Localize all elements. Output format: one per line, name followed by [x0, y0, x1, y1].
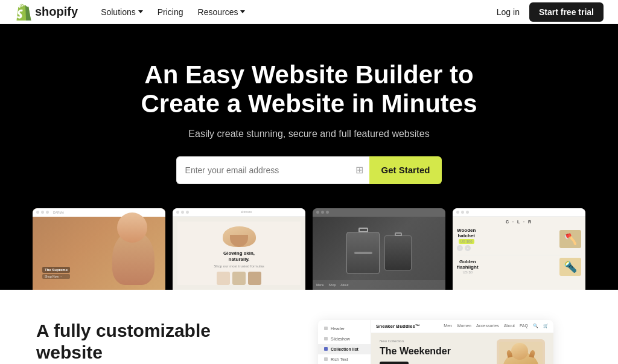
sidebar-item-header[interactable]: Header	[318, 324, 371, 334]
login-link[interactable]: Log in	[497, 7, 520, 17]
store-hero-text: The Weekender	[380, 345, 492, 357]
builder-main: Sneaker Buddies™ Men Women Accessories A…	[371, 320, 553, 364]
chevron-down-icon	[240, 10, 245, 13]
builder-preview: Header Slideshow Collection list Rich Te…	[318, 320, 553, 364]
nav-links: Solutions Pricing Resources	[95, 5, 497, 19]
nav-pricing[interactable]: Pricing	[151, 5, 190, 19]
logo-text: shopify	[35, 5, 78, 19]
below-fold-right: Header Slideshow Collection list Rich Te…	[290, 320, 582, 364]
sidebar-item-collection[interactable]: Collection list	[318, 344, 371, 354]
nav-right: Log in Start free trial	[497, 2, 604, 22]
builder-content: New Collection The Weekender Shop Now	[371, 333, 553, 364]
nav-resources[interactable]: Resources	[192, 5, 252, 19]
email-input[interactable]	[176, 156, 369, 184]
sidebar-item-slideshow[interactable]: Slideshow	[318, 334, 371, 344]
store-nav: Men Women Accessories About FAQ 🔍 🛒	[444, 324, 549, 328]
email-input-wrap: ⊞	[176, 156, 369, 184]
hero-headline: An Easy Website Builder to Create a Webs…	[104, 60, 514, 119]
hero-subtitle: Easily create stunning, secure and full …	[12, 129, 606, 139]
below-heading: A fully customizable website builder	[36, 320, 266, 364]
screenshot-clr: C · L · R Wooden hatchet US $00 ♡ +	[453, 208, 585, 290]
screenshots-strip: DARMA The Supreme Shop Now → skincare	[12, 208, 606, 290]
builder-hero: New Collection The Weekender Shop Now	[371, 333, 553, 364]
chevron-down-icon	[138, 10, 143, 13]
below-fold-section: A fully customizable website builder Tho…	[0, 290, 618, 364]
sidebar-item-richtext[interactable]: Rich Text	[318, 354, 371, 364]
get-started-button[interactable]: Get Started	[369, 156, 442, 184]
screenshot-skincare: skincare Glowing skin,naturally. Shop ou…	[173, 208, 305, 290]
logo[interactable]: shopify	[14, 4, 78, 21]
below-fold-left: A fully customizable website builder Tho…	[36, 320, 266, 364]
start-trial-button[interactable]: Start free trial	[529, 2, 604, 22]
hero-form: ⊞ Get Started	[12, 156, 606, 184]
screenshot-darma: DARMA The Supreme Shop Now →	[33, 208, 165, 290]
screenshot-dark-product: Menu Shop About	[313, 208, 445, 290]
builder-sidebar: Header Slideshow Collection list Rich Te…	[318, 320, 371, 364]
store-logo: Sneaker Buddies™	[376, 324, 420, 329]
email-icon: ⊞	[355, 164, 363, 176]
store-hero-image	[497, 339, 545, 364]
navigation: shopify Solutions Pricing Resources Log …	[0, 0, 618, 24]
builder-topbar: Sneaker Buddies™ Men Women Accessories A…	[371, 320, 553, 333]
nav-solutions[interactable]: Solutions	[95, 5, 149, 19]
shopify-logo-icon	[14, 4, 31, 21]
hero-section: An Easy Website Builder to Create a Webs…	[0, 24, 618, 290]
